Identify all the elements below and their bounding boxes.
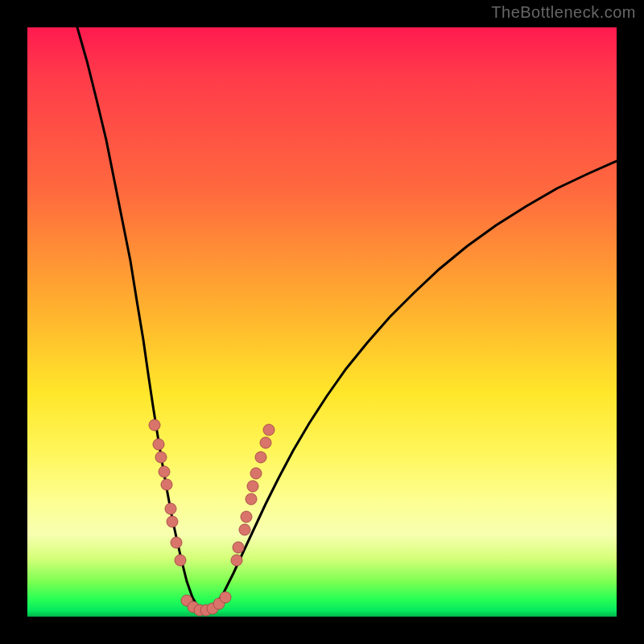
scatter-markers (149, 419, 275, 616)
marker-dot (167, 516, 178, 527)
bottleneck-curve (77, 27, 617, 612)
marker-dot (231, 555, 242, 566)
marker-dot (220, 592, 231, 603)
marker-dot (165, 503, 176, 514)
marker-dot (159, 466, 170, 477)
marker-dot (233, 542, 244, 553)
marker-dot (246, 493, 257, 505)
marker-dot (149, 419, 160, 431)
marker-dot (239, 524, 250, 535)
marker-dot (161, 479, 172, 490)
marker-dot (263, 424, 275, 436)
marker-dot (175, 555, 186, 566)
chart-stage: TheBottleneck.com (0, 0, 644, 644)
marker-dot (241, 511, 252, 522)
marker-dot (250, 468, 262, 479)
curve-svg (27, 27, 617, 617)
marker-dot (255, 452, 266, 463)
marker-dot (260, 437, 271, 448)
marker-dot (155, 452, 167, 463)
watermark-text: TheBottleneck.com (491, 3, 636, 22)
plot-area (27, 27, 617, 617)
marker-dot (247, 481, 258, 492)
marker-dot (153, 439, 164, 450)
marker-dot (171, 537, 182, 548)
